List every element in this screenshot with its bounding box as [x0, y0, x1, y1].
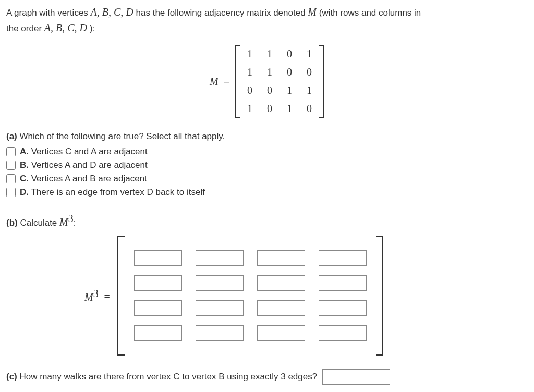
part-b-exp: 3	[68, 213, 74, 224]
matrix-cells: 1101110000111010	[245, 45, 314, 118]
matrix-cell: 0	[307, 103, 312, 115]
option-text: Vertices C and A are adjacent	[29, 146, 148, 156]
part-c-row: (c) How many walks are there from vertex…	[6, 369, 528, 385]
part-b-colon: :	[74, 218, 76, 228]
part-a-label: (a)	[6, 131, 17, 141]
m-cubed-block: M3 =	[84, 236, 528, 356]
option-label: A. Vertices C and A are adjacent	[20, 146, 148, 157]
matrix-cell: 1	[287, 84, 292, 96]
option-text: Vertices A and B are adjacent	[29, 174, 147, 183]
matrix-cell: 1	[267, 66, 272, 78]
part-c-label: (c)	[6, 372, 17, 382]
matrix-cell: 1	[307, 84, 312, 96]
m-cubed-cell-input[interactable]	[134, 250, 182, 266]
part-b-text: Calculate	[18, 218, 59, 228]
intro-line1-post: (with rows and columns in	[317, 8, 421, 18]
m-cubed-cell-input[interactable]	[319, 325, 367, 341]
m-cubed-cell-input[interactable]	[319, 300, 367, 316]
left-bracket-icon	[235, 45, 240, 118]
matrix-cell: 1	[267, 48, 272, 60]
option-text: There is an edge from vertex D back to i…	[29, 187, 205, 197]
option-checkbox-c[interactable]	[6, 174, 16, 183]
option-text: Vertices A and D are adjacent	[29, 160, 148, 170]
m-cubed-cell-input[interactable]	[257, 300, 305, 316]
big-right-bracket-icon	[376, 236, 383, 356]
matrix-cell: 0	[307, 66, 312, 78]
option-checkbox-b[interactable]	[6, 161, 16, 170]
m-cubed-cell-input[interactable]	[134, 325, 182, 341]
big-left-bracket-icon	[117, 236, 125, 356]
matrix-cell: 0	[247, 84, 252, 96]
part-a-options: A. Vertices C and A are adjacentB. Verti…	[6, 145, 528, 199]
m-cubed-cell-input[interactable]	[257, 250, 305, 266]
intro-line1-mid: has the following adjacency matrix denot…	[134, 8, 308, 18]
m-cubed-exp: 3	[93, 288, 99, 299]
intro-vars1: A, B, C, D	[91, 6, 134, 18]
matrix-cell: 0	[287, 48, 292, 60]
option-letter: D.	[20, 187, 29, 197]
intro-line1-pre: A graph with vertices	[6, 8, 91, 18]
m-cubed-cell-input[interactable]	[134, 275, 182, 291]
m-cubed-cell-input[interactable]	[319, 250, 367, 266]
option-label: C. Vertices A and B are adjacent	[20, 174, 147, 184]
intro-M: M	[308, 6, 317, 18]
part-b-label: (b)	[6, 218, 18, 228]
m-cubed-cell-input[interactable]	[319, 275, 367, 291]
option-label: D. There is an edge from vertex D back t…	[20, 187, 205, 198]
part-a-text: Which of the following are true? Select …	[17, 131, 225, 141]
intro-line2-post: ):	[90, 23, 95, 33]
matrix-cell: 1	[247, 103, 252, 115]
matrix-cell: 1	[307, 48, 312, 60]
part-b-prompt: (b) Calculate M3:	[6, 213, 528, 228]
m-cubed-equals: =	[104, 291, 110, 302]
matrix-cell: 0	[267, 103, 272, 115]
m-cubed-cell-input[interactable]	[196, 250, 244, 266]
matrix-equals: =	[224, 76, 229, 88]
part-a-prompt: (a) Which of the following are true? Sel…	[6, 131, 528, 142]
option-row: C. Vertices A and B are adjacent	[6, 172, 528, 186]
right-bracket-icon	[319, 45, 324, 118]
part-c-prompt: (c) How many walks are there from vertex…	[6, 372, 317, 382]
matrix-display: M = 1101110000111010	[6, 45, 528, 118]
m-cubed-input-grid	[132, 245, 369, 346]
m-cubed-cell-input[interactable]	[257, 275, 305, 291]
part-c-text: How many walks are there from vertex C t…	[17, 372, 317, 382]
matrix-cell: 1	[247, 66, 252, 78]
intro-vars2: A, B, C, D	[44, 22, 90, 33]
option-label: B. Vertices A and D are adjacent	[20, 160, 148, 170]
option-row: B. Vertices A and D are adjacent	[6, 158, 528, 172]
m-cubed-cell-input[interactable]	[196, 325, 244, 341]
m-cubed-cell-input[interactable]	[196, 300, 244, 316]
matrix-label: M	[210, 76, 219, 88]
intro-line2-pre: the order	[6, 23, 44, 33]
matrix-cell: 0	[287, 66, 292, 78]
m-cubed-cell-input[interactable]	[134, 300, 182, 316]
option-row: D. There is an edge from vertex D back t…	[6, 186, 528, 199]
m-cubed-cell-input[interactable]	[257, 325, 305, 341]
m-cubed-lhs: M3 =	[84, 288, 110, 303]
option-checkbox-d[interactable]	[6, 188, 16, 197]
option-letter: C.	[20, 174, 29, 183]
intro-text: A graph with vertices A, B, C, D has the…	[6, 4, 528, 35]
m-cubed-cell-input[interactable]	[196, 275, 244, 291]
part-b-expr: M	[59, 216, 68, 228]
matrix-cell: 0	[267, 84, 272, 96]
matrix-cell: 1	[247, 48, 252, 60]
option-checkbox-a[interactable]	[6, 147, 16, 156]
option-letter: B.	[20, 160, 29, 170]
m-cubed-M: M	[84, 291, 93, 302]
matrix-cell: 1	[287, 103, 292, 115]
part-c-answer-input[interactable]	[322, 369, 390, 385]
option-letter: A.	[20, 146, 29, 156]
option-row: A. Vertices C and A are adjacent	[6, 145, 528, 158]
